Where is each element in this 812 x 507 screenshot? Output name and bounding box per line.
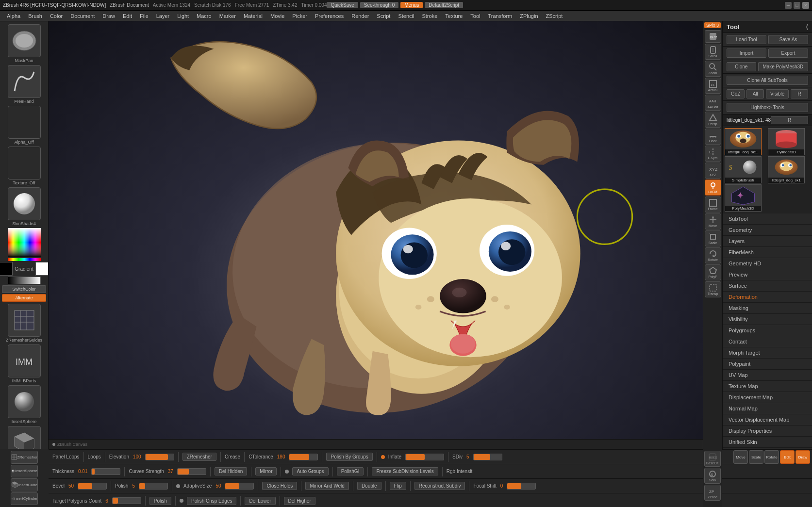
inflate-slider[interactable] xyxy=(405,454,444,460)
menu-light[interactable]: Light xyxy=(173,12,193,20)
menu-tool[interactable]: Tool xyxy=(466,12,484,20)
save-as-button[interactable]: Save As xyxy=(768,35,808,44)
clone-button[interactable]: Clone xyxy=(727,62,756,71)
maximize-button[interactable]: □ xyxy=(794,2,800,9)
export-button[interactable]: Export xyxy=(768,49,808,58)
icon-zoom[interactable]: Zoom xyxy=(705,61,721,77)
panel-item-texture-map[interactable]: Texture Map xyxy=(723,381,812,392)
icon-floor[interactable]: Floor xyxy=(705,129,721,145)
panel-item-visibility[interactable]: Visibility xyxy=(723,314,812,325)
canvas-area[interactable] xyxy=(49,21,703,449)
bl-icon-cube[interactable]: InsertCube xyxy=(11,478,38,491)
tool-thumb-cylinder[interactable]: Cylinder3D xyxy=(768,128,805,155)
icon-xyz[interactable]: XYZ XYZ xyxy=(705,163,721,179)
lightbox-button[interactable]: Lightbox> Tools xyxy=(727,103,808,112)
polish-by-groups-button[interactable]: Polish By Groups xyxy=(326,453,372,461)
reconstruct-subdiv-button[interactable]: Reconstruct Subdiv xyxy=(414,482,465,490)
brush-freehand[interactable]: FreeHand xyxy=(7,65,42,104)
visible-button[interactable]: Visible xyxy=(766,89,789,98)
menu-layer[interactable]: Layer xyxy=(152,12,174,20)
del-higher-button[interactable]: Del Higher xyxy=(284,497,315,505)
import-button[interactable]: Import xyxy=(727,49,766,58)
menu-draw[interactable]: Draw xyxy=(99,12,119,20)
goz-button[interactable]: GoZ xyxy=(727,89,745,98)
panel-item-polypaint[interactable]: Polypaint xyxy=(723,359,812,370)
polishgi-button[interactable]: PolishGI xyxy=(337,467,364,475)
menu-material[interactable]: Material xyxy=(240,12,266,20)
brush-imm-bparts[interactable]: IMM IMM_BParts xyxy=(7,344,42,383)
menu-preferences[interactable]: Preferences xyxy=(311,12,348,20)
polish-b-slider[interactable] xyxy=(139,483,168,490)
icon-transp[interactable]: Transp xyxy=(705,281,721,297)
minimize-button[interactable]: ─ xyxy=(785,2,792,9)
menu-color[interactable]: Color xyxy=(46,12,66,20)
menu-brush[interactable]: Brush xyxy=(24,12,46,20)
panel-item-unified-skin[interactable]: Unified Skin xyxy=(723,437,812,448)
panel-item-displacement-map[interactable]: Displacement Map xyxy=(723,392,812,403)
icon-bottom-zpose[interactable]: ZP ZPose xyxy=(704,485,721,501)
panel-item-surface[interactable]: Surface xyxy=(723,280,812,292)
del-lower-button[interactable]: Del Lower xyxy=(245,497,275,505)
brush-maskpan[interactable]: MaskPan xyxy=(7,24,42,63)
close-holes-button[interactable]: Close Holes xyxy=(262,482,297,490)
switch-color-button[interactable]: SwitchColor xyxy=(2,285,46,293)
icon-bottom-solo[interactable]: S Solo xyxy=(704,468,721,484)
mirror-button[interactable]: Mirror xyxy=(255,467,277,475)
seethrough-button[interactable]: See-through 0 xyxy=(360,2,398,8)
menu-picker[interactable]: Picker xyxy=(288,12,311,20)
menu-document[interactable]: Document xyxy=(66,12,99,20)
curves-strength-slider[interactable] xyxy=(177,468,206,475)
icon-move[interactable]: Move xyxy=(705,213,721,229)
mode-rotate[interactable]: Rotate xyxy=(764,450,779,464)
icon-polyf[interactable]: PolyF xyxy=(705,264,721,280)
mirror-and-weld-button[interactable]: Mirror And Weld xyxy=(305,482,349,490)
panel-loops-label[interactable]: Panel Loops xyxy=(52,454,80,459)
icon-bpr[interactable]: BPR xyxy=(705,30,721,43)
mode-draw[interactable]: Draw xyxy=(795,450,810,464)
icon-scroll[interactable]: Scroll xyxy=(705,44,721,60)
del-hidden-button[interactable]: Del Hidden xyxy=(215,467,247,475)
icon-rotate[interactable]: Rotate xyxy=(705,247,721,263)
focal-shift-slider[interactable] xyxy=(507,483,536,490)
quicksave-button[interactable]: QuickSave xyxy=(327,2,358,8)
make-polymesh-button[interactable]: Make PolyMesh3D xyxy=(758,62,808,71)
menu-alpha[interactable]: Alpha xyxy=(3,12,24,20)
menu-macro[interactable]: Macro xyxy=(193,12,215,20)
menu-zplugin[interactable]: ZPlugin xyxy=(516,12,542,20)
brush-texture-off[interactable]: Texture_Off xyxy=(7,147,42,185)
menu-transform[interactable]: Transform xyxy=(484,12,516,20)
menus-button[interactable]: Menus xyxy=(400,2,423,8)
menu-render[interactable]: Render xyxy=(348,12,373,20)
icon-lsym[interactable]: L L.Sym xyxy=(705,146,721,162)
swatch-black[interactable] xyxy=(0,262,13,276)
load-tool-button[interactable]: Load Tool xyxy=(727,35,766,44)
all-button[interactable]: All xyxy=(746,89,764,98)
tool-thumb-fox[interactable]: littlegirl_dog_sk1. xyxy=(725,128,762,155)
panel-item-geometry[interactable]: Geometry xyxy=(723,225,812,236)
bl-icon-zremesher[interactable]: ZRemesher xyxy=(11,451,38,464)
panel-item-preview[interactable]: Preview xyxy=(723,269,812,280)
panel-item-layers[interactable]: Layers xyxy=(723,236,812,247)
panel-item-polygroups[interactable]: Polygroups xyxy=(723,325,812,336)
icon-persp[interactable]: Persp xyxy=(705,112,721,128)
panel-item-uv-map[interactable]: UV Map xyxy=(723,370,812,381)
menu-texture[interactable]: Texture xyxy=(441,12,466,20)
icon-locm[interactable]: LoCM xyxy=(705,180,721,196)
panel-item-masking[interactable]: Masking xyxy=(723,303,812,314)
default-script-button[interactable]: Default2Script xyxy=(425,2,463,8)
mode-scale[interactable]: Scale xyxy=(749,450,763,464)
ctolerance-slider[interactable] xyxy=(289,454,318,460)
target-polygons-slider[interactable] xyxy=(112,497,141,504)
panel-item-deformation[interactable]: Deformation xyxy=(723,292,812,303)
menu-script[interactable]: Script xyxy=(373,12,394,20)
gradient-bar[interactable] xyxy=(8,277,41,284)
menu-edit[interactable]: Edit xyxy=(119,12,136,20)
brush-skinshade4[interactable]: SkinShade4 xyxy=(7,187,42,226)
panel-item-morph-target[interactable]: Morph Target xyxy=(723,347,812,359)
mode-edit[interactable]: Edit xyxy=(780,450,795,464)
bl-icon-cylinder[interactable]: InsertCylinder xyxy=(11,492,38,506)
tool-thumb-fox2[interactable]: littlegirl_dog_sk1 xyxy=(768,156,805,183)
zremesher-button[interactable]: ZRemesher xyxy=(182,453,216,461)
swatch-white[interactable] xyxy=(35,262,49,276)
bl-icon-sphere[interactable]: InsertSphere xyxy=(11,465,38,478)
